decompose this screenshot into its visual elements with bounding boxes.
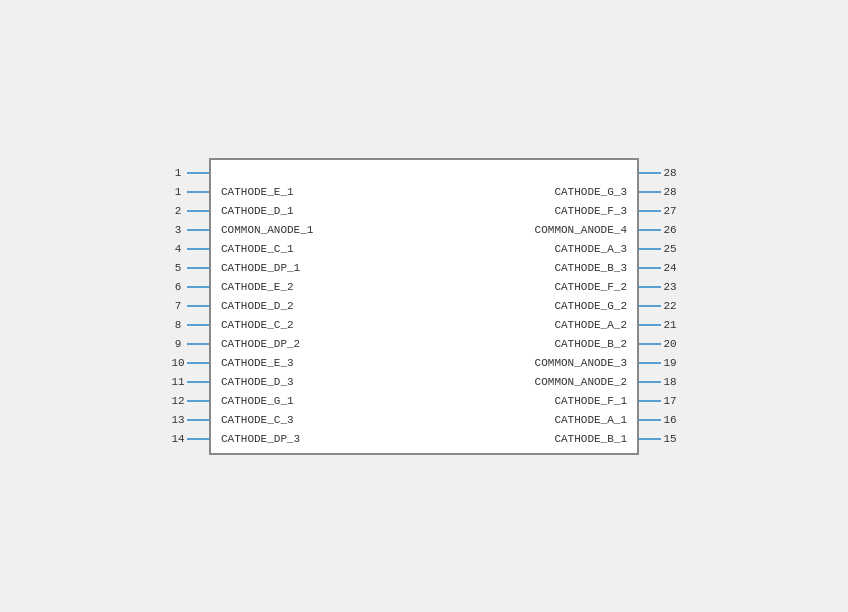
right-pin-28: 28 — [639, 183, 679, 202]
pin-line-13 — [187, 419, 209, 421]
pin-num-4: 4 — [169, 243, 187, 255]
pin-num-r-21: 21 — [661, 319, 679, 331]
right-pin-25: 25 — [639, 240, 679, 259]
left-label-11: CATHODE_D_3 — [221, 376, 294, 388]
pin-line-2 — [187, 210, 209, 212]
left-pin-14: 14 — [169, 430, 209, 449]
right-pin-22: 22 — [639, 297, 679, 316]
left-label-1: CATHODE_E_1 — [221, 186, 294, 198]
right-label-24: CATHODE_B_3 — [554, 262, 627, 274]
pin-num-13: 13 — [169, 414, 187, 426]
pin-num-2: 2 — [169, 205, 187, 217]
right-label-25: CATHODE_A_3 — [554, 243, 627, 255]
body-row-11: CATHODE_G_1 CATHODE_F_1 — [221, 392, 627, 411]
pin-line-r-19 — [639, 362, 661, 364]
right-label-15: CATHODE_B_1 — [554, 433, 627, 445]
body-row-3: CATHODE_C_1 CATHODE_A_3 — [221, 240, 627, 259]
right-label-17: CATHODE_F_1 — [554, 395, 627, 407]
pin-row-top-label: 1 — [169, 164, 209, 183]
pin-1-top-num: 1 — [169, 167, 187, 179]
left-pin-4: 4 — [169, 240, 209, 259]
left-pin-6: 6 — [169, 278, 209, 297]
pin-num-3: 3 — [169, 224, 187, 236]
right-label-23: CATHODE_F_2 — [554, 281, 627, 293]
pin-num-1: 1 — [169, 186, 187, 198]
right-label-20: CATHODE_B_2 — [554, 338, 627, 350]
pin-line-5 — [187, 267, 209, 269]
left-label-12: CATHODE_G_1 — [221, 395, 294, 407]
label-empty-left — [221, 167, 228, 179]
left-label-10: CATHODE_E_3 — [221, 357, 294, 369]
right-label-16: CATHODE_A_1 — [554, 414, 627, 426]
pin-line-8 — [187, 324, 209, 326]
label-empty-right — [620, 167, 627, 179]
right-label-28: CATHODE_G_3 — [554, 186, 627, 198]
left-label-2: CATHODE_D_1 — [221, 205, 294, 217]
right-pin-side: 28 28 27 26 25 24 23 22 21 20 — [639, 164, 679, 449]
left-pin-13: 13 — [169, 411, 209, 430]
pin-num-r-19: 19 — [661, 357, 679, 369]
right-label-18: COMMON_ANODE_2 — [535, 376, 627, 388]
pin-line-r-15 — [639, 438, 661, 440]
pin-line-9 — [187, 343, 209, 345]
pin-num-8: 8 — [169, 319, 187, 331]
pin-num-5: 5 — [169, 262, 187, 274]
right-pin-20: 20 — [639, 335, 679, 354]
body-row-5: CATHODE_E_2 CATHODE_F_2 — [221, 278, 627, 297]
pin-num-r-28: 28 — [661, 186, 679, 198]
body-row-4: CATHODE_DP_1 CATHODE_B_3 — [221, 259, 627, 278]
left-label-4: CATHODE_C_1 — [221, 243, 294, 255]
left-pin-1: 1 — [169, 183, 209, 202]
right-pin-21: 21 — [639, 316, 679, 335]
pin-line-r-17 — [639, 400, 661, 402]
body-row-12: CATHODE_C_3 CATHODE_A_1 — [221, 411, 627, 430]
pin-line-3 — [187, 229, 209, 231]
left-label-9: CATHODE_DP_2 — [221, 338, 300, 350]
body-row-2: COMMON_ANODE_1 COMMON_ANODE_4 — [221, 221, 627, 240]
right-label-22: CATHODE_G_2 — [554, 300, 627, 312]
pin-num-r-25: 25 — [661, 243, 679, 255]
pin-line-r-28 — [639, 191, 661, 193]
body-row-1: CATHODE_D_1 CATHODE_F_3 — [221, 202, 627, 221]
pin-num-7: 7 — [169, 300, 187, 312]
pin-num-14: 14 — [169, 433, 187, 445]
left-pin-2: 2 — [169, 202, 209, 221]
pin-line-r-21 — [639, 324, 661, 326]
pin-28-top-line — [639, 172, 661, 174]
pin-num-11: 11 — [169, 376, 187, 388]
ic-body: CATHODE_E_1 CATHODE_G_3 CATHODE_D_1 CATH… — [209, 158, 639, 455]
pin-num-r-16: 16 — [661, 414, 679, 426]
pin-1-top-line — [187, 172, 209, 174]
left-pin-3: 3 — [169, 221, 209, 240]
right-pin-26: 26 — [639, 221, 679, 240]
right-pin-23: 23 — [639, 278, 679, 297]
body-row-10: CATHODE_D_3 COMMON_ANODE_2 — [221, 373, 627, 392]
right-label-27: CATHODE_F_3 — [554, 205, 627, 217]
pin-line-r-25 — [639, 248, 661, 250]
pin-line-14 — [187, 438, 209, 440]
pin-line-12 — [187, 400, 209, 402]
body-row-0: CATHODE_E_1 CATHODE_G_3 — [221, 183, 627, 202]
left-label-13: CATHODE_C_3 — [221, 414, 294, 426]
body-row-7: CATHODE_C_2 CATHODE_A_2 — [221, 316, 627, 335]
pin-line-r-16 — [639, 419, 661, 421]
pin-line-r-22 — [639, 305, 661, 307]
left-label-6: CATHODE_E_2 — [221, 281, 294, 293]
pin-num-r-23: 23 — [661, 281, 679, 293]
pin-num-9: 9 — [169, 338, 187, 350]
right-pin-18: 18 — [639, 373, 679, 392]
left-pin-7: 7 — [169, 297, 209, 316]
pin-28-top-num: 28 — [661, 167, 679, 179]
right-pin-19: 19 — [639, 354, 679, 373]
pin-line-r-24 — [639, 267, 661, 269]
left-pin-12: 12 — [169, 392, 209, 411]
left-pin-10: 10 — [169, 354, 209, 373]
pin-line-10 — [187, 362, 209, 364]
body-row-6: CATHODE_D_2 CATHODE_G_2 — [221, 297, 627, 316]
left-label-14: CATHODE_DP_3 — [221, 433, 300, 445]
body-row-top — [221, 164, 627, 183]
ic-component: 1 1 2 3 4 5 6 7 8 9 — [169, 158, 679, 455]
pin-line-7 — [187, 305, 209, 307]
right-pin-17: 17 — [639, 392, 679, 411]
body-row-13: CATHODE_DP_3 CATHODE_B_1 — [221, 430, 627, 449]
